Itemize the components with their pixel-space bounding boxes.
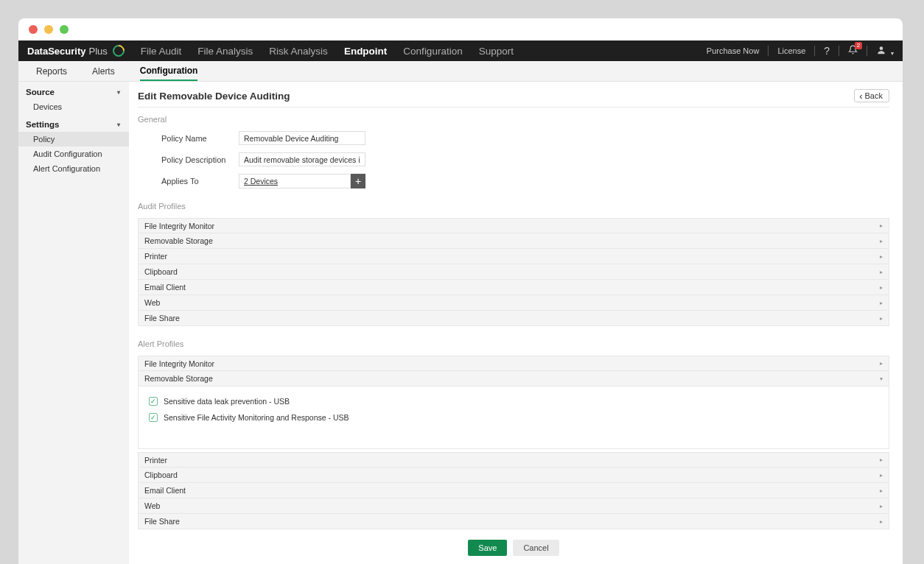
alert-expanded-removable-storage: ✓Sensitive data leak prevention - USB✓Se… [138,387,889,449]
profile-row-file-share[interactable]: File Share▸ [138,311,889,326]
chevron-icon: ▸ [880,503,883,510]
section-title-alert: Alert Profiles [138,339,889,348]
sidebar-group-settings[interactable]: Settings▾ [18,114,129,132]
profile-row-label: File Integrity Monitor [144,359,214,368]
subnav-item-reports[interactable]: Reports [36,61,67,81]
nav-item-endpoint[interactable]: Endpoint [344,40,387,61]
chevron-down-icon: ▾ [117,89,120,96]
profile-row-label: Removable Storage [144,236,213,245]
nav-item-risk-analysis[interactable]: Risk Analysis [269,40,328,61]
brand-logo: DataSecurity Plus [27,45,125,57]
license-link[interactable]: License [777,46,805,55]
chevron-icon: ▸ [880,253,883,260]
profile-row-label: Clipboard [144,267,178,276]
row-policy-name: Policy Name [138,131,889,145]
row-applies-to: Applies To 2 Devices + [138,174,889,188]
add-device-button[interactable]: + [351,174,365,188]
profile-row-label: File Integrity Monitor [144,222,214,230]
profile-row-email-client[interactable]: Email Client▸ [138,280,889,295]
window-minimize-dot[interactable] [44,25,53,34]
user-menu-icon[interactable]: ▾ [876,45,894,57]
chevron-icon: ▸ [880,487,883,494]
nav-item-file-audit[interactable]: File Audit [141,40,182,61]
subnav-item-configuration[interactable]: Configuration [140,61,198,81]
profile-row-label: File Share [144,314,180,322]
profile-row-label: Web [144,501,160,510]
checkbox-checked-icon[interactable]: ✓ [149,413,158,422]
nav-divider [839,46,839,56]
sidebar-group-source[interactable]: Source▾ [18,82,129,99]
profile-row-removable-storage[interactable]: Removable Storage▸ [138,233,889,249]
profile-row-removable-storage[interactable]: Removable Storage▾ [138,371,889,387]
profile-row-file-share[interactable]: File Share▸ [138,514,889,529]
profile-row-printer[interactable]: Printer▸ [138,452,889,468]
applies-to-value[interactable]: 2 Devices [239,174,351,188]
sidebar: Source▾DevicesSettings▾PolicyAudit Confi… [18,82,129,564]
window-maximize-dot[interactable] [60,25,69,34]
alert-checkbox-row: ✓Sensitive data leak prevention - USB [149,397,878,406]
profile-row-clipboard[interactable]: Clipboard▸ [138,468,889,483]
chevron-icon: ▸ [880,238,883,244]
profile-row-printer[interactable]: Printer▸ [138,249,889,264]
save-button[interactable]: Save [468,540,507,556]
row-policy-desc: Policy Description [138,152,889,166]
chevron-icon: ▸ [880,300,883,306]
page-title: Edit Removable Device Auditing [138,91,290,102]
nav-divider [867,46,867,56]
sidebar-item-alert-configuration[interactable]: Alert Configuration [18,161,129,176]
nav-divider [814,46,815,56]
profile-row-web[interactable]: Web▸ [138,498,889,514]
subnav-item-alerts[interactable]: Alerts [92,61,115,81]
profile-row-label: Printer [144,252,167,261]
chevron-icon: ▸ [880,360,883,367]
back-button[interactable]: Back [854,89,889,102]
profile-row-web[interactable]: Web▸ [138,295,889,311]
chevron-icon: ▸ [880,222,883,229]
back-button-label: Back [865,91,883,100]
chevron-icon: ▸ [880,284,883,291]
app-window: DataSecurity Plus File AuditFile Analysi… [18,18,903,564]
nav-item-file-analysis[interactable]: File Analysis [197,40,253,61]
section-title-general: General [138,115,889,124]
cancel-button[interactable]: Cancel [513,540,559,556]
profile-row-label: Removable Storage [144,374,213,383]
label-policy-name: Policy Name [161,134,239,143]
profile-row-label: Email Client [144,486,186,495]
profile-row-clipboard[interactable]: Clipboard▸ [138,264,889,280]
window-close-dot[interactable] [29,25,38,34]
profile-row-label: Clipboard [144,470,178,479]
profile-row-label: Email Client [144,283,186,292]
brand-name: DataSecurity [27,46,85,57]
purchase-link[interactable]: Purchase Now [707,46,760,55]
profile-row-label: Printer [144,456,167,465]
label-applies-to: Applies To [161,177,239,186]
chevron-icon: ▸ [880,457,883,463]
profile-row-file-integrity-monitor[interactable]: File Integrity Monitor▸ [138,356,889,371]
brand-suffix: Plus [88,46,107,57]
notification-badge: 2 [855,42,862,49]
chevron-icon: ▸ [880,472,883,479]
sidebar-item-policy[interactable]: Policy [18,132,129,147]
nav-divider [768,46,769,56]
input-policy-desc[interactable] [239,152,365,166]
alert-checkbox-row: ✓Sensitive File Activity Monitoring and … [149,413,878,422]
chevron-icon: ▾ [880,376,883,382]
top-nav: DataSecurity Plus File AuditFile Analysi… [18,40,903,61]
profile-row-label: Web [144,298,160,307]
sidebar-item-audit-configuration[interactable]: Audit Configuration [18,147,129,161]
notification-bell-icon[interactable]: 2 [848,45,858,57]
profile-row-file-integrity-monitor[interactable]: File Integrity Monitor▸ [138,218,889,233]
input-policy-name[interactable] [239,131,365,145]
nav-item-support[interactable]: Support [479,40,514,61]
checkbox-checked-icon[interactable]: ✓ [149,397,158,406]
chevron-down-icon: ▾ [117,121,120,128]
chevron-icon: ▸ [880,269,883,275]
chevron-icon: ▸ [880,315,883,322]
sidebar-item-devices[interactable]: Devices [18,99,129,114]
nav-item-configuration[interactable]: Configuration [403,40,462,61]
brand-swirl-icon [110,43,127,60]
section-title-audit: Audit Profiles [138,202,889,211]
label-policy-desc: Policy Description [161,155,239,164]
help-icon[interactable]: ? [824,45,830,57]
profile-row-email-client[interactable]: Email Client▸ [138,483,889,498]
